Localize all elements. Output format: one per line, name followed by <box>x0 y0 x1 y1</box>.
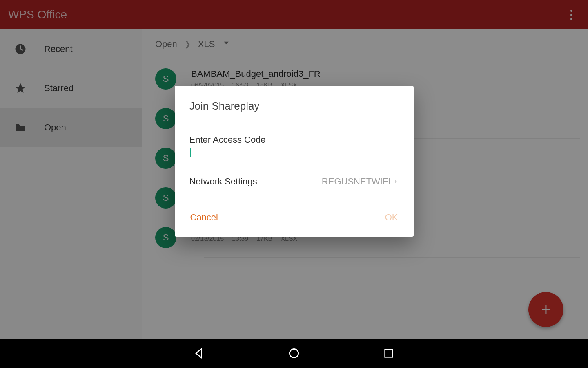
network-settings-row[interactable]: Network Settings REGUSNETWIFI <box>189 176 399 187</box>
back-button[interactable] <box>193 347 206 360</box>
network-settings-value[interactable]: REGUSNETWIFI <box>322 176 399 187</box>
svg-rect-2 <box>385 350 393 357</box>
access-code-label: Enter Access Code <box>189 135 399 145</box>
ok-button[interactable]: OK <box>384 210 399 225</box>
dialog-actions: Cancel OK <box>189 210 399 225</box>
network-settings-label: Network Settings <box>189 176 257 187</box>
cancel-button[interactable]: Cancel <box>189 210 219 225</box>
modal-scrim[interactable]: Join Shareplay Enter Access Code Network… <box>0 0 588 368</box>
join-shareplay-dialog: Join Shareplay Enter Access Code Network… <box>175 86 414 237</box>
access-code-input[interactable] <box>189 147 399 158</box>
android-navbar <box>0 339 588 368</box>
network-name: REGUSNETWIFI <box>322 176 391 187</box>
recents-button[interactable] <box>382 347 395 360</box>
home-button[interactable] <box>287 347 301 360</box>
svg-point-1 <box>290 349 298 357</box>
dialog-title: Join Shareplay <box>189 100 399 112</box>
chevron-right-icon <box>393 179 399 184</box>
